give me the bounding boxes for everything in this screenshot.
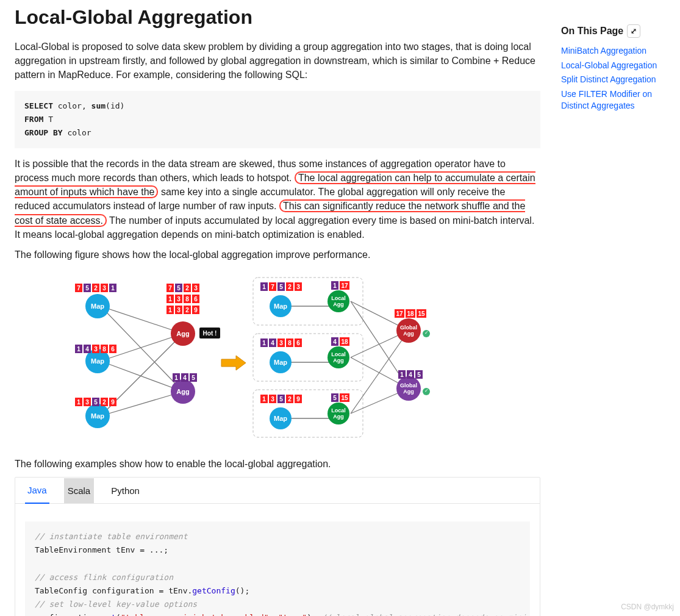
svg-text:2: 2	[102, 399, 106, 406]
svg-text:18: 18	[407, 310, 414, 317]
svg-text:17: 17	[396, 310, 403, 317]
svg-text:5: 5	[191, 374, 195, 381]
svg-text:3: 3	[271, 396, 274, 403]
svg-text:5: 5	[85, 285, 89, 292]
svg-text:5: 5	[279, 396, 283, 403]
toc-link[interactable]: Split Distinct Aggregation	[561, 74, 665, 86]
code-tabs: Java Scala Python // instantiate table e…	[15, 477, 540, 616]
tab-java[interactable]: Java	[25, 478, 49, 504]
svg-text:6: 6	[296, 340, 300, 346]
toc-link[interactable]: Use FILTER Modifier on Distinct Aggregat…	[561, 88, 665, 112]
svg-text:Map: Map	[274, 359, 287, 366]
svg-line-3	[101, 361, 183, 392]
svg-text:3: 3	[177, 307, 181, 313]
svg-text:9: 9	[111, 399, 115, 406]
svg-text:Local: Local	[331, 351, 346, 357]
svg-text:15: 15	[341, 395, 348, 401]
svg-text:Agg: Agg	[403, 331, 414, 337]
toc-title: On This Page	[561, 26, 623, 37]
svg-text:1: 1	[333, 282, 337, 289]
svg-text:Global: Global	[400, 382, 417, 389]
svg-text:1: 1	[262, 340, 266, 346]
svg-text:Agg: Agg	[403, 389, 414, 395]
svg-text:8: 8	[102, 346, 106, 353]
svg-text:Map: Map	[91, 357, 104, 365]
svg-text:Agg: Agg	[176, 330, 189, 337]
svg-text:Agg: Agg	[333, 414, 344, 420]
svg-text:Map: Map	[274, 415, 287, 422]
svg-text:7: 7	[168, 285, 172, 292]
svg-text:2: 2	[185, 285, 189, 292]
java-code-block: // instantiate table environment TableEn…	[25, 521, 530, 616]
svg-text:1: 1	[400, 371, 404, 378]
svg-text:4: 4	[183, 374, 187, 381]
svg-text:5: 5	[417, 371, 421, 378]
svg-text:9: 9	[194, 307, 198, 313]
svg-text:Map: Map	[274, 303, 287, 310]
svg-text:6: 6	[194, 296, 198, 303]
svg-text:5: 5	[333, 395, 337, 401]
figure-caption: The following figure shows how the local…	[15, 248, 540, 262]
svg-text:3: 3	[279, 340, 283, 346]
svg-text:4: 4	[333, 338, 337, 345]
intro-paragraph: Local-Global is proposed to solve data s…	[15, 40, 540, 82]
svg-text:1: 1	[77, 346, 81, 353]
svg-text:7: 7	[271, 284, 274, 290]
svg-text:✓: ✓	[424, 330, 429, 335]
arrow-icon	[221, 356, 246, 370]
svg-text:4: 4	[271, 340, 274, 346]
aggregation-diagram: Map Map Map Agg Agg Hot ! 7 5 2 3 1 1 4 …	[64, 273, 491, 443]
toc-link[interactable]: Local-Global Aggregation	[561, 60, 665, 72]
svg-text:1: 1	[174, 374, 178, 381]
tab-python[interactable]: Python	[109, 478, 142, 503]
svg-text:Local: Local	[331, 407, 346, 414]
svg-text:17: 17	[341, 282, 348, 289]
svg-text:3: 3	[85, 399, 89, 406]
svg-text:1: 1	[262, 284, 266, 290]
watermark: CSDN @dymkkj	[621, 603, 674, 611]
svg-text:5: 5	[94, 399, 98, 406]
svg-text:8: 8	[288, 340, 292, 346]
svg-text:7: 7	[77, 285, 81, 292]
svg-text:Local: Local	[331, 295, 346, 301]
svg-text:1: 1	[168, 307, 172, 313]
svg-text:4: 4	[409, 371, 412, 378]
svg-text:3: 3	[102, 285, 106, 292]
svg-text:2: 2	[288, 284, 292, 290]
svg-text:9: 9	[296, 396, 300, 403]
toc-link[interactable]: MiniBatch Aggregation	[561, 45, 665, 57]
examples-caption: The following examples show how to enabl…	[15, 457, 540, 471]
tab-scala[interactable]: Scala	[64, 478, 95, 503]
svg-text:Global: Global	[400, 324, 417, 331]
svg-text:Map: Map	[91, 303, 104, 310]
svg-text:5: 5	[279, 284, 283, 290]
svg-text:3: 3	[94, 346, 98, 353]
explanation-paragraph: It is possible that the records in the d…	[15, 157, 540, 242]
svg-text:Agg: Agg	[333, 301, 344, 307]
svg-text:3: 3	[194, 285, 198, 292]
svg-text:1: 1	[77, 399, 81, 406]
sql-code-block: SELECT color, sum(id) FROM T GROUP BY co…	[15, 91, 540, 148]
page-title: Local-Global Aggregation	[15, 6, 540, 29]
svg-text:Hot !: Hot !	[203, 330, 217, 337]
svg-text:1: 1	[262, 396, 266, 403]
svg-marker-78	[221, 356, 246, 370]
svg-text:Agg: Agg	[333, 357, 344, 364]
svg-text:6: 6	[111, 346, 115, 353]
svg-text:3: 3	[177, 296, 181, 303]
svg-text:2: 2	[94, 285, 98, 292]
svg-text:4: 4	[85, 346, 89, 353]
svg-text:✓: ✓	[424, 388, 429, 393]
svg-text:18: 18	[341, 338, 348, 345]
svg-text:Agg: Agg	[176, 388, 189, 395]
svg-text:2: 2	[288, 396, 292, 403]
svg-text:2: 2	[185, 307, 189, 313]
svg-text:5: 5	[177, 285, 181, 292]
svg-text:8: 8	[185, 296, 189, 303]
collapse-icon[interactable]: ⤢	[627, 24, 640, 38]
svg-text:1: 1	[111, 285, 115, 292]
svg-text:3: 3	[296, 284, 300, 290]
svg-text:Map: Map	[91, 412, 104, 420]
svg-text:1: 1	[168, 296, 172, 303]
svg-text:15: 15	[418, 310, 425, 317]
